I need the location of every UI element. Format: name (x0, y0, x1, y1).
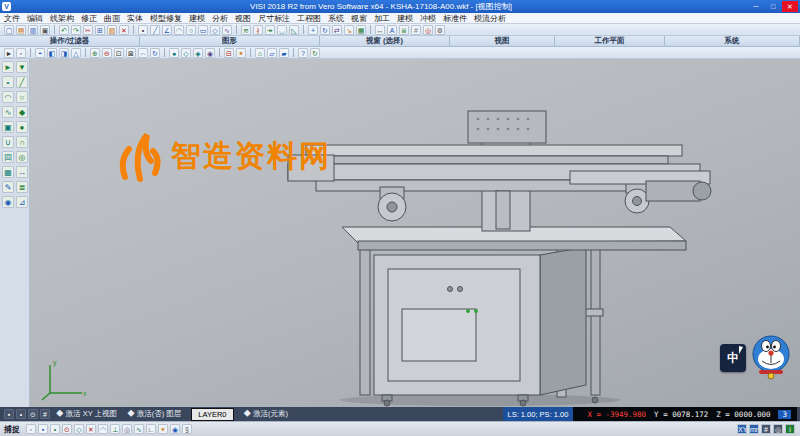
render-icon[interactable]: ◉ (205, 48, 215, 58)
snap-end-icon[interactable]: ▪ (4, 409, 14, 419)
units-icon[interactable]: mm (749, 424, 759, 434)
new-icon[interactable]: ▢ (4, 25, 14, 35)
box-tool-icon[interactable]: ▣ (2, 121, 14, 133)
snap-end-icon[interactable]: ▪ (38, 424, 48, 434)
close-button[interactable]: ✕ (782, 1, 798, 12)
snap-tangent-icon[interactable]: ◠ (98, 424, 108, 434)
measure-tool-icon[interactable]: ⊿ (16, 196, 28, 208)
pattern-tool-icon[interactable]: ▦ (2, 166, 14, 178)
undo-icon[interactable]: ↶ (59, 25, 69, 35)
note-tool-icon[interactable]: ✎ (2, 181, 14, 193)
offset-icon[interactable]: ≋ (241, 25, 251, 35)
arc-icon[interactable]: ◠ (174, 25, 184, 35)
cylinder-tool-icon[interactable]: ● (16, 121, 28, 133)
snap-center-icon[interactable]: ⊙ (28, 409, 38, 419)
circle-icon[interactable]: ○ (186, 25, 196, 35)
group-label-workplane[interactable]: 工作平面 (555, 36, 665, 46)
settings-icon[interactable]: ⚙ (435, 25, 445, 35)
line-tool-icon[interactable]: ╱ (16, 76, 28, 88)
menu-item-3[interactable]: 修正 (81, 13, 97, 24)
hidden-line-icon[interactable]: ◈ (193, 48, 203, 58)
paste-icon[interactable]: ▧ (107, 25, 117, 35)
menu-item-16[interactable]: 冲模 (420, 13, 436, 24)
zoom-in-icon[interactable]: ⊕ (90, 48, 100, 58)
help-icon[interactable]: ? (298, 48, 308, 58)
snap-mid-icon[interactable]: • (50, 424, 60, 434)
view-iso-icon[interactable]: △ (71, 48, 81, 58)
grid-toggle-icon[interactable]: # (761, 424, 771, 434)
layers-icon[interactable]: ≣ (399, 25, 409, 35)
menu-item-12[interactable]: 系统 (328, 13, 344, 24)
rotate-view-icon[interactable]: ↻ (150, 48, 160, 58)
polar-icon[interactable]: ✶ (158, 424, 168, 434)
plane-xz-icon[interactable]: ▰ (279, 48, 289, 58)
menu-item-9[interactable]: 视图 (235, 13, 251, 24)
maximize-button[interactable]: □ (765, 1, 781, 12)
rectangle-icon[interactable]: ▭ (198, 25, 208, 35)
delete-icon[interactable]: ✕ (119, 25, 129, 35)
menu-item-13[interactable]: 视窗 (351, 13, 367, 24)
circle-tool-icon[interactable]: ○ (16, 91, 28, 103)
snap-mid-icon[interactable]: • (16, 409, 26, 419)
menu-item-1[interactable]: 编辑 (27, 13, 43, 24)
menu-item-17[interactable]: 标准件 (443, 13, 467, 24)
open-icon[interactable]: ▤ (16, 25, 26, 35)
info-icon[interactable]: i (785, 424, 795, 434)
mirror-icon[interactable]: ⇄ (332, 25, 342, 35)
spline-icon[interactable]: ∿ (222, 25, 232, 35)
selection-icon[interactable]: ► (2, 61, 14, 73)
filter-icon[interactable]: ▼ (16, 61, 28, 73)
menu-item-10[interactable]: 尺寸标注 (258, 13, 290, 24)
3d-viewport[interactable]: 智造资料网 y x 中 (30, 59, 800, 407)
plane-xy-icon[interactable]: ▱ (267, 48, 277, 58)
track-icon[interactable]: ◉ (170, 424, 180, 434)
osnap-toggle-icon[interactable]: ◎ (773, 424, 783, 434)
section-icon[interactable]: ⊟ (224, 48, 234, 58)
menu-item-11[interactable]: 工程图 (297, 13, 321, 24)
union-tool-icon[interactable]: ∪ (2, 136, 14, 148)
snap-intersection-icon[interactable]: ✕ (86, 424, 96, 434)
group-label-system[interactable]: 系统 (665, 36, 800, 46)
hole-tool-icon[interactable]: ◎ (16, 151, 28, 163)
copy-icon[interactable]: ⊞ (95, 25, 105, 35)
subtract-tool-icon[interactable]: ∩ (16, 136, 28, 148)
curve-tool-icon[interactable]: ∿ (2, 106, 14, 118)
active-layer-value[interactable]: LAYER0 (191, 408, 233, 421)
arc-tool-icon[interactable]: ◠ (2, 91, 14, 103)
refresh-icon[interactable]: ↻ (310, 48, 320, 58)
ortho-icon[interactable]: ∟ (146, 424, 156, 434)
grid-icon[interactable]: # (411, 25, 421, 35)
view-right-icon[interactable]: ◨ (59, 48, 69, 58)
group-label-filters[interactable]: 操作/过滤器 (0, 36, 140, 46)
menu-item-18[interactable]: 模流分析 (474, 13, 506, 24)
menu-item-14[interactable]: 加工 (374, 13, 390, 24)
rotate-icon[interactable]: ↻ (320, 25, 330, 35)
snap-node-icon[interactable]: ◎ (122, 424, 132, 434)
dimension-tool-icon[interactable]: ↔ (16, 166, 28, 178)
shaded-icon[interactable]: ● (169, 48, 179, 58)
layer-status-label[interactable]: ◆ 激活(否) 图层 (127, 409, 181, 419)
view-tool-icon[interactable]: ◉ (2, 196, 14, 208)
fillet-icon[interactable]: ◡ (277, 25, 287, 35)
snap-quad-icon[interactable]: ◇ (74, 424, 84, 434)
workplane-status[interactable]: ◆ 激活 XY 上视图 (56, 409, 117, 419)
dynamic-icon[interactable]: § (182, 424, 192, 434)
move-icon[interactable]: + (308, 25, 318, 35)
menu-item-2[interactable]: 线架构 (50, 13, 74, 24)
snap-near-icon[interactable]: ∿ (134, 424, 144, 434)
text-icon[interactable]: A (387, 25, 397, 35)
extend-icon[interactable]: ↠ (265, 25, 275, 35)
scale-icon[interactable]: ↘ (344, 25, 354, 35)
snap-grid-icon[interactable]: # (40, 409, 50, 419)
coord-mode-icon[interactable]: XY (737, 424, 747, 434)
line-icon[interactable]: ╱ (150, 25, 160, 35)
save-icon[interactable]: ▥ (28, 25, 38, 35)
print-icon[interactable]: ▣ (40, 25, 50, 35)
shell-tool-icon[interactable]: 回 (2, 151, 14, 163)
measure-icon[interactable]: ↔ (375, 25, 385, 35)
machine-3d-model[interactable] (30, 59, 800, 407)
group-label-graphics[interactable]: 图形 (140, 36, 320, 46)
polygon-icon[interactable]: ◇ (210, 25, 220, 35)
view-top-icon[interactable]: ◓ (35, 48, 45, 58)
group-label-window[interactable]: 视窗 (选择) (320, 36, 450, 46)
